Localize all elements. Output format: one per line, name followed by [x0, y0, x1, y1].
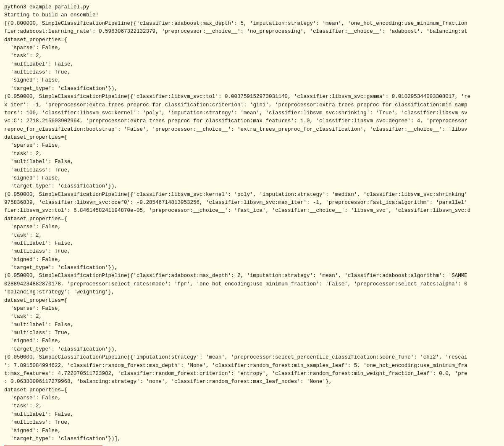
terminal-line: fier:libsvm_svc:tol': 6.8461458241194870…	[4, 207, 500, 215]
terminal-line: 'task': 2,	[4, 150, 500, 158]
terminal-line: dataset_properties={	[4, 134, 500, 142]
terminal-line: 'multilabel': False,	[4, 61, 500, 69]
terminal-line: 'target_type': 'classification'}),	[4, 264, 500, 272]
terminal-line: 028894234882870178, 'preprocessor:select…	[4, 280, 500, 288]
terminal-line: dataset_properties={	[4, 386, 500, 394]
terminal-line: 'sparse': False,	[4, 142, 500, 150]
terminal-line: reproc_for_classification:bootstrap': 'F…	[4, 126, 500, 134]
terminal-line: 'task': 2,	[4, 402, 500, 410]
terminal-line: 'multiclass': True,	[4, 329, 500, 337]
terminal-line: 'multilabel': False,	[4, 158, 500, 166]
terminal-line: (0.050000, SimpleClassificationPipeline(…	[4, 191, 500, 199]
terminal-line: 'multilabel': False,	[4, 240, 500, 248]
terminal-line: dataset_properties={	[4, 297, 500, 305]
terminal-line: 'multiclass': True,	[4, 419, 500, 427]
terminal-line: 'multiclass': True,	[4, 69, 500, 77]
terminal-line: : 0.06380006117279968, 'balancing:strate…	[4, 378, 500, 386]
terminal-line: vc:C': 2718.215603902964, 'preprocessor:…	[4, 117, 500, 125]
terminal-line: tors': 100, 'classifier:libsvm_svc:kerne…	[4, 109, 500, 117]
terminal-output: python3 example_parallel.pyStarting to b…	[0, 0, 504, 446]
terminal-line: x_iter': -1, 'preprocessor:extra_trees_p…	[4, 101, 500, 109]
terminal-line: Starting to build an ensemble!	[4, 11, 500, 19]
terminal-line: 'signed': False,	[4, 77, 500, 84]
terminal-line: (0.050000, SimpleClassificationPipeline(…	[4, 354, 500, 362]
terminal-line: 'multilabel': False,	[4, 321, 500, 329]
terminal-line: 'signed': False,	[4, 337, 500, 345]
terminal-line: 'sparse': False,	[4, 394, 500, 402]
terminal-line: 'multilabel': False,	[4, 411, 500, 419]
terminal-line: [{0.800000, SimpleClassificationPipeline…	[4, 20, 500, 28]
terminal-line: 'target_type': 'classification'}),	[4, 346, 500, 354]
terminal-line: dataset_properties={	[4, 36, 500, 44]
terminal-line: 'task': 2,	[4, 232, 500, 240]
terminal-line: 'target_type': 'classification'}),	[4, 182, 500, 190]
terminal-line: 'multiclass': True,	[4, 166, 500, 174]
terminal-line: 'task': 2,	[4, 313, 500, 321]
terminal-line: ': 7.8915084994622, 'classifier:random_f…	[4, 362, 500, 370]
terminal-line: 'signed': False,	[4, 427, 500, 435]
terminal-line: (0.050000, SimpleClassificationPipeline(…	[4, 272, 500, 280]
terminal-line: 'target_type': 'classification'})],	[4, 435, 500, 443]
terminal-line: 'sparse': False,	[4, 305, 500, 313]
terminal-line: t:max_features': 4.722070511723982, 'cla…	[4, 370, 500, 378]
terminal-line: 'signed': False,	[4, 256, 500, 264]
terminal-line: python3 example_parallel.py	[4, 3, 500, 11]
terminal-line: 'target_type': 'classification'}),	[4, 85, 500, 93]
terminal-line: 'sparse': False,	[4, 223, 500, 231]
terminal-line: 'task': 2,	[4, 52, 500, 60]
terminal-line: 'multiclass': True,	[4, 248, 500, 256]
terminal-line: 975836839, 'classifier:libsvm_svc:coef0'…	[4, 199, 500, 207]
terminal-line: dataset_properties={	[4, 215, 500, 223]
terminal-line: fier:adaboost:learning_rate': 0.59630673…	[4, 28, 500, 36]
terminal-line: 'balancing:strategy': 'weighting'},	[4, 288, 500, 296]
terminal-line: 'sparse': False,	[4, 44, 500, 52]
terminal-line: (0.050000, SimpleClassificationPipeline(…	[4, 93, 500, 101]
terminal-line: 'signed': False,	[4, 174, 500, 182]
